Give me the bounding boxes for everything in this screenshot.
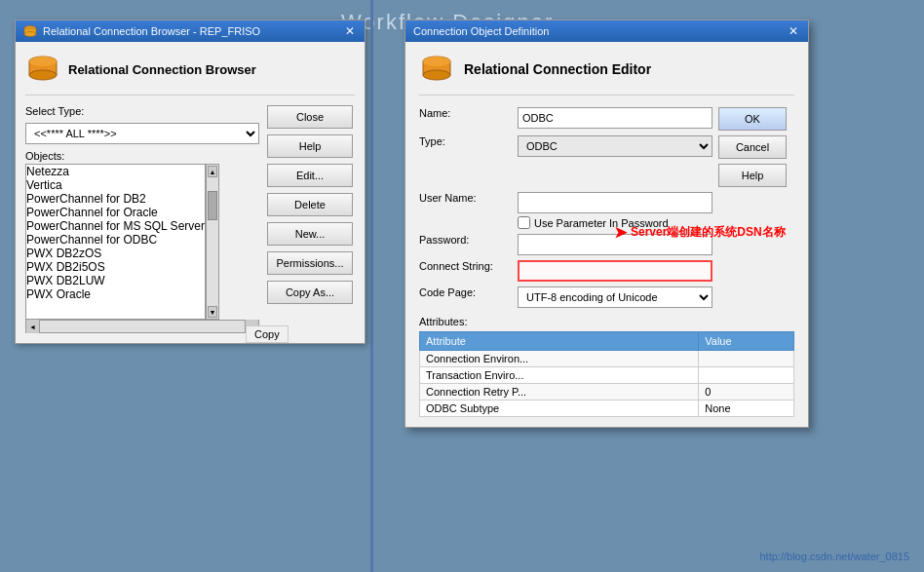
browser-left-panel: Select Type: <<**** ALL ****>> Objects: …: [25, 105, 259, 333]
list-item[interactable]: PWX DB2zOS: [26, 247, 205, 260]
objects-label: Objects:: [25, 150, 259, 162]
list-item[interactable]: PowerChannel for ODBC: [26, 233, 205, 247]
browser-titlebar: Relational Connection Browser - REP_FRIS…: [16, 20, 365, 42]
attributes-label: Attributes:: [419, 316, 794, 327]
browser-window-title: Relational Connection Browser - REP_FRIS…: [43, 25, 260, 37]
list-item[interactable]: PWX DB2i5OS: [26, 260, 205, 274]
table-row: Transaction Enviro...: [420, 367, 794, 384]
browser-close-button[interactable]: ✕: [343, 24, 357, 38]
copy-as-button[interactable]: Copy As...: [267, 281, 353, 304]
svg-point-9: [423, 70, 450, 80]
list-item[interactable]: PowerChannel for DB2: [26, 192, 205, 206]
cancel-button[interactable]: Cancel: [718, 135, 787, 159]
browser-body: Relational Connection Browser Select Typ…: [16, 42, 365, 343]
password-label: Password:: [419, 234, 512, 246]
table-row: Connection Retry P... 0: [420, 384, 794, 400]
attr-cell[interactable]: Transaction Enviro...: [420, 367, 699, 384]
name-label: Name:: [419, 107, 512, 119]
table-row: Connection Environ...: [420, 351, 794, 367]
definition-editor-label: Relational Connection Editor: [464, 61, 651, 77]
connect-string-input[interactable]: [518, 260, 712, 282]
definition-header: Relational Connection Editor: [419, 52, 794, 95]
watermark: http://blog.csdn.net/water_0815: [760, 551, 910, 562]
definition-body: Relational Connection Editor Name: OK Ty…: [405, 42, 808, 427]
titlebar-db-icon: [23, 24, 37, 38]
value-cell[interactable]: None: [699, 400, 794, 417]
definition-window-title: Connection Object Definition: [413, 25, 549, 37]
definition-titlebar: Connection Object Definition ✕: [405, 20, 808, 42]
objects-list[interactable]: Netezza Vertica PowerChannel for DB2 Pow…: [25, 164, 206, 320]
copy-label: Copy: [246, 325, 289, 343]
attributes-section: Attributes: Attribute Value Connection E…: [419, 316, 794, 417]
name-input[interactable]: [518, 107, 712, 129]
vertical-separator: [370, 0, 373, 572]
type-label: Type:: [419, 135, 512, 147]
value-cell[interactable]: [699, 351, 794, 367]
select-type-dropdown[interactable]: <<**** ALL ****>>: [25, 123, 259, 144]
attr-cell[interactable]: Connection Retry P...: [420, 384, 699, 400]
list-item[interactable]: PowerChannel for MS SQL Server: [26, 219, 205, 233]
close-button[interactable]: Close: [267, 105, 353, 129]
scroll-thumb[interactable]: [208, 191, 217, 220]
browser-content: Select Type: <<**** ALL ****>> Objects: …: [25, 105, 355, 333]
annotation: ➤ Server端创建的系统DSN名称: [614, 223, 786, 242]
list-item[interactable]: PWX Oracle: [26, 287, 205, 301]
browser-db-icon: [25, 52, 60, 87]
select-type-row: Select Type:: [25, 105, 259, 117]
select-type-label: Select Type:: [25, 105, 103, 117]
new-button[interactable]: New...: [267, 222, 353, 246]
list-item[interactable]: Vertica: [26, 178, 205, 192]
ok-button[interactable]: OK: [718, 107, 787, 131]
connect-string-label: Connect String:: [419, 260, 512, 272]
h-scroll-track[interactable]: [40, 321, 245, 332]
def-help-button[interactable]: Help: [718, 164, 787, 187]
list-scrollbar[interactable]: ▲ ▼: [206, 164, 219, 320]
objects-list-container: Netezza Vertica PowerChannel for DB2 Pow…: [25, 164, 259, 320]
svg-point-2: [24, 32, 36, 37]
browser-header-title: Relational Connection Browser: [68, 62, 256, 77]
list-item[interactable]: PowerChannel for Oracle: [26, 206, 205, 219]
username-input[interactable]: [518, 192, 712, 213]
value-cell[interactable]: [699, 367, 794, 384]
username-label: User Name:: [419, 192, 512, 204]
attribute-col-header: Attribute: [420, 332, 699, 351]
list-item[interactable]: Netezza: [26, 165, 205, 178]
svg-point-10: [423, 57, 450, 66]
type-select[interactable]: ODBC: [518, 135, 712, 157]
definition-window: Connection Object Definition ✕ Relationa…: [404, 19, 809, 428]
browser-right-panel: Close Help Edit... Delete New... Permiss…: [267, 105, 355, 333]
delete-button[interactable]: Delete: [267, 193, 353, 216]
attr-cell[interactable]: Connection Environ...: [420, 351, 699, 367]
svg-point-6: [29, 57, 57, 66]
attr-cell[interactable]: ODBC Subtype: [420, 400, 699, 417]
svg-point-5: [29, 70, 57, 80]
attributes-table: Attribute Value Connection Environ... Tr…: [419, 331, 794, 417]
edit-button[interactable]: Edit...: [267, 164, 353, 187]
horizontal-scrollbar[interactable]: ◄ ►: [25, 320, 259, 333]
permissions-button[interactable]: Permissions...: [267, 251, 353, 275]
titlebar-left: Relational Connection Browser - REP_FRIS…: [23, 24, 260, 38]
scroll-up-arrow[interactable]: ▲: [208, 166, 217, 177]
list-item[interactable]: PWX DB2LUW: [26, 274, 205, 287]
value-cell[interactable]: 0: [699, 384, 794, 400]
scroll-down-arrow[interactable]: ▼: [208, 306, 217, 318]
definition-close-button[interactable]: ✕: [787, 24, 800, 38]
table-row: ODBC Subtype None: [420, 400, 794, 417]
browser-header: Relational Connection Browser: [25, 52, 355, 95]
code-page-select[interactable]: UTF-8 encoding of Unicode: [518, 286, 712, 308]
code-page-label: Code Page:: [419, 286, 512, 298]
h-scroll-left-arrow[interactable]: ◄: [26, 320, 40, 333]
browser-window: Relational Connection Browser - REP_FRIS…: [15, 19, 366, 344]
help-button[interactable]: Help: [267, 134, 353, 158]
value-col-header: Value: [699, 332, 794, 351]
definition-db-icon: [419, 52, 454, 87]
use-param-checkbox[interactable]: [518, 216, 530, 229]
